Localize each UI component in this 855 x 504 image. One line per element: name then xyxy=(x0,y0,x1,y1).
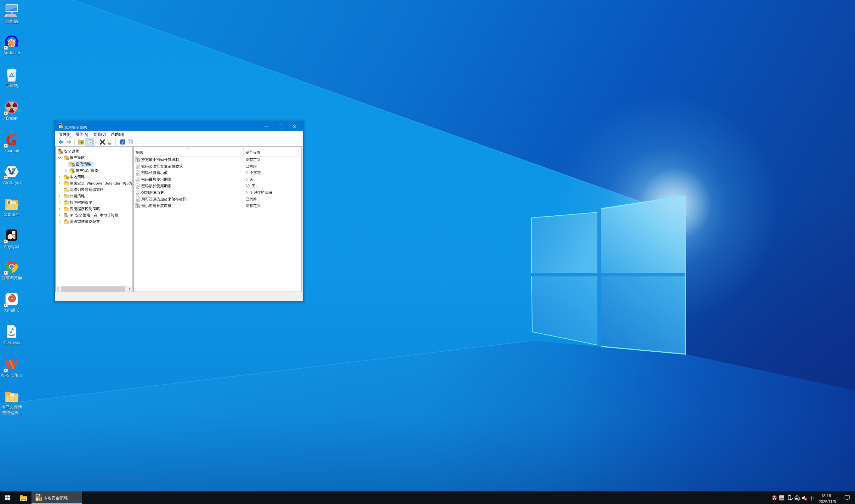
svg-text:WAV: WAV xyxy=(8,334,15,337)
svg-text:?: ? xyxy=(122,140,124,144)
svg-text:VeraCrypt: VeraCrypt xyxy=(8,173,15,175)
svg-text:2025/11/3: 2025/11/3 xyxy=(819,500,836,504)
svg-text:18:18: 18:18 xyxy=(821,493,831,498)
svg-text:vm: vm xyxy=(780,497,784,500)
